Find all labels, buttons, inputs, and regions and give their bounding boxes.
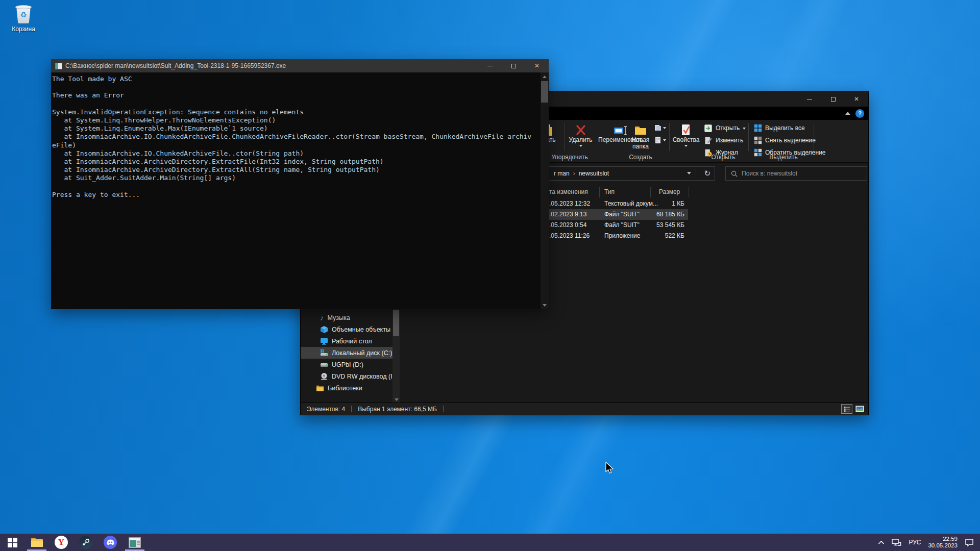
select-all-button[interactable]: Выделить все bbox=[754, 122, 805, 134]
scrollbar-thumb[interactable] bbox=[393, 310, 399, 336]
select-none-icon bbox=[754, 136, 762, 144]
console-body: The Tool made by ASC There was an Error … bbox=[51, 72, 549, 309]
taskbar-steam[interactable] bbox=[74, 534, 98, 551]
console-titlebar[interactable]: C:\Важное\spider man\newsuitslot\Suit_Ad… bbox=[51, 59, 549, 72]
column-header-date[interactable]: та изменения bbox=[549, 188, 588, 195]
thumbnail-view-icon bbox=[855, 406, 864, 412]
taskbar-console-app[interactable] bbox=[122, 534, 147, 551]
show-hidden-icons-chevron[interactable] bbox=[878, 540, 885, 545]
column-header-size[interactable]: Размер bbox=[659, 188, 680, 195]
ribbon-divider bbox=[748, 123, 749, 151]
clock-time: 22:59 bbox=[928, 536, 958, 542]
console-maximize-button[interactable] bbox=[502, 59, 525, 72]
breadcrumb-current[interactable]: newsuitslot bbox=[579, 170, 609, 177]
yandex-browser-icon: Y bbox=[55, 536, 68, 549]
status-divider bbox=[443, 406, 444, 412]
search-icon bbox=[731, 170, 738, 177]
chevron-down-icon bbox=[579, 145, 582, 147]
console-close-button[interactable]: ✕ bbox=[525, 59, 549, 72]
action-center-icon[interactable] bbox=[965, 538, 974, 546]
column-divider[interactable] bbox=[599, 187, 600, 197]
console-window: C:\Важное\spider man\newsuitslot\Suit_Ad… bbox=[51, 59, 549, 309]
taskbar-discord[interactable] bbox=[98, 534, 122, 551]
status-bar: Элементов: 4 Выбран 1 элемент: 66,5 МБ bbox=[301, 403, 868, 415]
discord-icon bbox=[104, 536, 117, 549]
thumbnail-view-button[interactable] bbox=[854, 404, 865, 414]
sidebar-item-3d-objects[interactable]: Объемные объекты bbox=[301, 323, 393, 335]
properties-button[interactable]: Свойства bbox=[672, 121, 700, 147]
scroll-up-icon[interactable] bbox=[541, 72, 549, 81]
explorer-minimize-button[interactable] bbox=[798, 91, 821, 107]
desktop: ♻ Корзина ✕ ? овать bbox=[0, 0, 980, 551]
taskbar: Y РУС 22:59 3 bbox=[0, 534, 980, 551]
minimize-icon bbox=[487, 66, 493, 66]
console-app-icon bbox=[55, 63, 62, 69]
details-view-button[interactable] bbox=[841, 404, 852, 414]
easy-access-button[interactable] bbox=[654, 124, 666, 132]
address-divider bbox=[696, 169, 696, 178]
select-none-button[interactable]: Снять выделение bbox=[754, 135, 816, 146]
status-selection: Выбран 1 элемент: 66,5 МБ bbox=[358, 406, 437, 413]
music-note-icon: ♪ bbox=[320, 314, 324, 321]
scrollbar-thumb[interactable] bbox=[541, 81, 548, 103]
column-header-type[interactable]: Тип bbox=[604, 188, 615, 195]
open-button[interactable]: Открыть bbox=[704, 122, 746, 134]
desktop-monitor-icon bbox=[320, 337, 328, 345]
collapse-ribbon-icon[interactable] bbox=[845, 112, 850, 115]
network-icon[interactable] bbox=[892, 538, 901, 547]
breadcrumb-separator-icon: › bbox=[573, 170, 575, 177]
sidebar-item-drive-d[interactable]: UGPbI (D:) bbox=[301, 359, 393, 370]
select-all-icon bbox=[754, 124, 762, 132]
sidebar-item-desktop[interactable]: Рабочий стол bbox=[301, 335, 393, 347]
recycle-bin-label: Корзина bbox=[4, 26, 43, 33]
address-dropdown-icon[interactable] bbox=[687, 172, 691, 174]
start-button[interactable] bbox=[0, 534, 24, 551]
taskbar-clock[interactable]: 22:59 30.05.2023 bbox=[928, 536, 958, 549]
edit-icon bbox=[704, 136, 713, 145]
recycle-bin-icon: ♻ bbox=[15, 4, 32, 24]
3d-cube-icon bbox=[320, 325, 328, 334]
chevron-down-icon bbox=[743, 128, 746, 130]
sidebar-scrollbar[interactable] bbox=[393, 310, 400, 404]
maximize-icon bbox=[831, 97, 836, 102]
refresh-icon[interactable]: ↻ bbox=[704, 167, 710, 180]
open-icon bbox=[704, 124, 713, 133]
ribbon-divider bbox=[814, 123, 814, 151]
explorer-maximize-button[interactable] bbox=[821, 91, 845, 107]
console-scrollbar[interactable] bbox=[541, 72, 549, 309]
sidebar-item-libraries[interactable]: Библиотеки bbox=[301, 382, 393, 394]
search-placeholder: Поиск в: newsuitslot bbox=[742, 170, 797, 177]
console-title: C:\Важное\spider man\newsuitslot\Suit_Ad… bbox=[65, 62, 286, 69]
clock-date: 30.05.2023 bbox=[928, 542, 958, 549]
ribbon-group-organize: Упорядочить bbox=[551, 154, 587, 161]
sidebar-item-local-disk-c[interactable]: Локальный диск (C:) bbox=[301, 347, 393, 359]
help-button[interactable]: ? bbox=[855, 109, 864, 118]
new-folder-button[interactable]: Новая папка bbox=[628, 121, 653, 150]
taskbar-yandex-browser[interactable]: Y bbox=[49, 534, 74, 551]
new-item-button[interactable] bbox=[654, 136, 666, 144]
sidebar-item-music[interactable]: ♪ Музыка bbox=[301, 312, 393, 323]
libraries-folder-icon bbox=[316, 384, 324, 392]
recycle-bin[interactable]: ♻ Корзина bbox=[4, 4, 43, 33]
system-drive-icon bbox=[320, 349, 328, 357]
explorer-close-button[interactable]: ✕ bbox=[845, 91, 868, 107]
scroll-down-icon[interactable] bbox=[541, 301, 549, 309]
column-divider[interactable] bbox=[689, 187, 689, 197]
language-indicator[interactable]: РУС bbox=[909, 539, 921, 546]
console-output: The Tool made by ASC There was an Error … bbox=[51, 72, 549, 199]
console-minimize-button[interactable] bbox=[478, 59, 502, 72]
chevron-down-icon bbox=[663, 139, 666, 141]
column-divider[interactable] bbox=[650, 187, 651, 197]
delete-button[interactable]: Удалить bbox=[567, 121, 595, 147]
drive-icon bbox=[320, 361, 328, 369]
edit-button[interactable]: Изменить bbox=[704, 135, 743, 146]
chevron-down-icon bbox=[684, 145, 688, 147]
sidebar-item-dvd-drive[interactable]: DVD RW дисковод (I:) bbox=[301, 370, 393, 382]
close-icon: ✕ bbox=[854, 96, 859, 102]
search-input[interactable]: Поиск в: newsuitslot bbox=[725, 166, 867, 181]
shortcut-stack-icon bbox=[654, 124, 662, 132]
breadcrumb-parent[interactable]: r man bbox=[554, 170, 570, 177]
delete-icon bbox=[575, 121, 587, 137]
invert-selection-icon bbox=[754, 148, 762, 157]
taskbar-file-explorer[interactable] bbox=[24, 534, 49, 551]
